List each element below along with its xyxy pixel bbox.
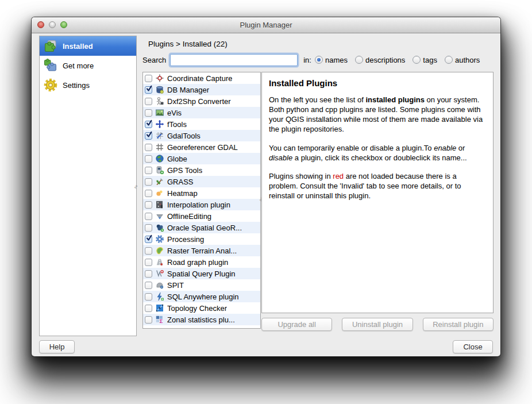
plugin-row[interactable]: GRASS (143, 176, 260, 187)
plugin-name: Raster Terrain Anal... (167, 247, 237, 255)
plugin-name: Topology Checker (167, 304, 227, 313)
scope-option-descriptions[interactable]: descriptions (355, 56, 405, 64)
topology-checker-icon (155, 303, 164, 313)
georeferencer-grid-icon (155, 143, 164, 152)
scope-option-authors[interactable]: authors (445, 56, 480, 64)
plugin-row[interactable]: ΣZonal statistics plu... (143, 314, 260, 325)
plugin-row[interactable]: fTools (143, 118, 260, 130)
uninstall-plugin-button[interactable]: Uninstall plugin (342, 318, 413, 331)
gps-tools-icon (155, 166, 164, 175)
radio-button-descriptions[interactable] (355, 56, 363, 64)
plugin-checkbox[interactable] (145, 259, 152, 266)
plugin-row[interactable]: DB Manager (143, 84, 260, 95)
plugin-row[interactable]: GdalTools (143, 130, 260, 141)
plugin-details-pane: Installed Plugins On the left you see th… (261, 72, 494, 313)
search-scope-radio-group: namesdescriptionstagsauthors (315, 56, 480, 64)
search-in-label: in: (303, 56, 311, 64)
plugin-row[interactable]: Coordinate Capture (143, 72, 260, 84)
plugin-checkbox[interactable] (145, 316, 152, 324)
reinstall-plugin-button[interactable]: Reinstall plugin (423, 318, 494, 331)
plugin-checkbox[interactable] (145, 109, 152, 117)
plugin-checkbox[interactable] (145, 132, 152, 140)
plugin-checkbox[interactable] (145, 247, 152, 255)
scope-option-tags[interactable]: tags (413, 56, 437, 64)
title-bar[interactable]: Plugin Manager (32, 17, 500, 33)
sidebar-item-installed[interactable]: Installed (40, 36, 136, 56)
plugin-row[interactable]: SPIT (143, 279, 260, 291)
radio-button-names[interactable] (315, 56, 323, 64)
plugin-row[interactable]: OfflineEditing (143, 210, 260, 222)
plugin-row[interactable]: GPS Tools (143, 164, 260, 176)
description-paragraph: On the left you see the list of installe… (269, 95, 486, 134)
close-button[interactable]: Close (453, 340, 493, 353)
description-paragraph: You can temporarily enable or disable a … (269, 143, 486, 163)
plugin-name: Interpolation plugin (167, 201, 230, 209)
plugin-row[interactable]: eVis (143, 107, 260, 118)
radio-button-authors[interactable] (445, 56, 453, 64)
plugin-checkbox[interactable] (145, 178, 152, 186)
svg-text:Σ: Σ (159, 318, 163, 324)
plugin-list: Coordinate CaptureDB ManagerDxf2Shp Conv… (142, 72, 261, 329)
plugin-checkbox[interactable] (145, 167, 152, 174)
plugin-checkbox[interactable] (145, 155, 152, 163)
plugin-row[interactable]: Processing (143, 233, 260, 245)
scope-label: descriptions (365, 56, 405, 64)
close-window-button[interactable] (37, 21, 44, 28)
oracle-spatial-icon (155, 223, 164, 232)
sidebar-item-get-more[interactable]: Get more (40, 56, 136, 75)
scope-label: tags (423, 56, 437, 64)
evis-photo-icon (155, 108, 164, 117)
radio-button-tags[interactable] (413, 56, 421, 64)
plugin-row[interactable]: Georeferencer GDAL (143, 141, 260, 153)
plugin-row[interactable]: Dxf2Shp Converter (143, 95, 260, 107)
plugin-row[interactable]: Interpolation plugin (143, 199, 260, 210)
splitter-handle[interactable]: ∿ (133, 184, 139, 189)
description-text: enable (434, 144, 456, 152)
upgrade-all-button[interactable]: Upgrade all (261, 318, 332, 331)
plugin-checkbox[interactable] (145, 98, 152, 105)
plugin-row[interactable]: Globe (143, 153, 260, 164)
settings-gear-icon (43, 78, 58, 93)
plugin-checkbox[interactable] (145, 144, 152, 151)
plugin-name: eVis (167, 109, 182, 117)
breadcrumb: Plugins > Installed (22) (148, 40, 228, 48)
plugin-row[interactable]: Road graph plugin (143, 256, 260, 268)
plugin-checkbox[interactable] (145, 190, 152, 197)
plugin-checkbox[interactable] (145, 213, 152, 220)
search-input[interactable] (170, 54, 298, 66)
plugin-checkbox[interactable] (145, 305, 152, 312)
plugin-name: GPS Tools (167, 166, 202, 175)
sidebar: InstalledGet moreSettings (39, 36, 137, 336)
plugin-checkbox[interactable] (145, 236, 152, 243)
search-label: Search (142, 56, 166, 64)
plugin-checkbox[interactable] (145, 270, 152, 278)
plugin-checkbox[interactable] (145, 75, 152, 82)
minimize-window-button[interactable] (49, 21, 56, 28)
coordinate-capture-icon (155, 74, 164, 83)
help-button[interactable]: Help (39, 340, 75, 353)
plugin-name: Georeferencer GDAL (167, 143, 238, 152)
scope-option-names[interactable]: names (315, 56, 348, 64)
plugin-name: Heatmap (167, 189, 198, 198)
scope-label: authors (455, 56, 480, 64)
plugin-checkbox[interactable] (145, 86, 152, 94)
plugin-checkbox[interactable] (145, 121, 152, 128)
plugin-manager-window: Plugin Manager InstalledGet moreSettings… (32, 17, 500, 356)
plugin-row[interactable]: SQL Anywhere plugin (143, 291, 260, 302)
plugin-row[interactable]: Raster Terrain Anal... (143, 245, 260, 256)
description-text: disable (269, 153, 292, 162)
plugin-row[interactable]: Oracle Spatial GeoR... (143, 222, 260, 233)
scope-label: names (325, 56, 348, 64)
plugin-row[interactable]: Topology Checker (143, 302, 260, 314)
sidebar-item-settings[interactable]: Settings (40, 75, 136, 95)
zoom-window-button[interactable] (60, 21, 67, 28)
plugin-row[interactable]: Heatmap (143, 187, 260, 199)
plugin-row[interactable]: Spatial Query Plugin (143, 268, 260, 279)
plugin-checkbox[interactable] (145, 224, 152, 232)
plugin-checkbox[interactable] (145, 282, 152, 289)
sidebar-item-label: Get more (63, 61, 94, 70)
description-text: red (333, 172, 344, 180)
plugin-checkbox[interactable] (145, 293, 152, 301)
ftools-icon (155, 120, 164, 129)
plugin-checkbox[interactable] (145, 201, 152, 209)
